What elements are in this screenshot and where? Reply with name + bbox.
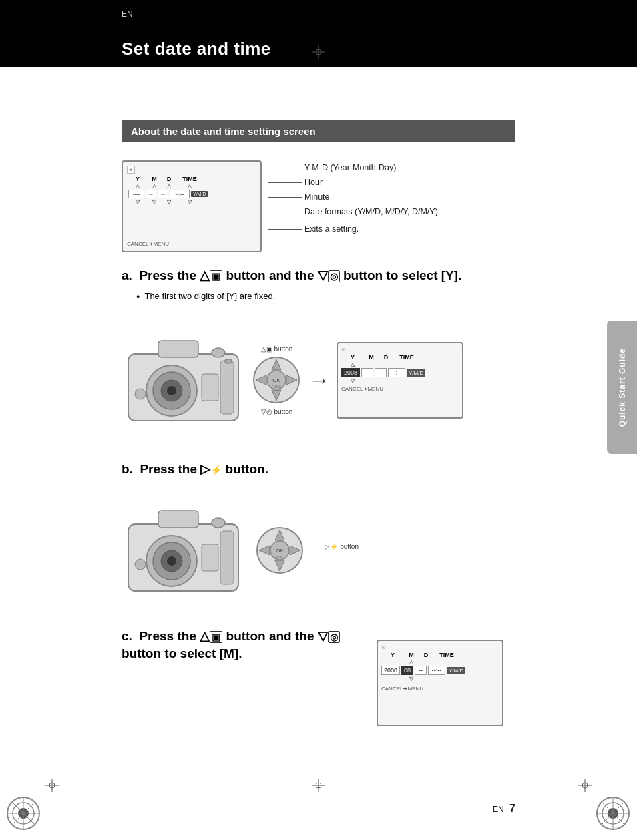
page-number-area: EN 7 bbox=[493, 803, 515, 815]
annotation-3: Minute bbox=[268, 192, 522, 202]
svg-rect-56 bbox=[225, 359, 232, 363]
step-a-title: a. Press the △▣ button and the ▽◎ button… bbox=[122, 267, 503, 284]
btn-cluster-b: OK FUNC ▷⚡ button bbox=[255, 526, 305, 576]
page-number: 7 bbox=[509, 803, 515, 814]
svg-text:FUNC: FUNC bbox=[275, 555, 284, 559]
svg-point-74 bbox=[135, 559, 146, 570]
svg-point-69 bbox=[167, 556, 176, 566]
corner-bottom-left bbox=[5, 795, 42, 835]
right-arrow-a: → bbox=[308, 368, 330, 393]
sidebar-tab: Quick Start Guide bbox=[607, 321, 637, 454]
svg-text:OK: OK bbox=[276, 548, 284, 554]
cancel-label: CANCEL➜MENU bbox=[127, 241, 169, 247]
svg-text:OK: OK bbox=[272, 377, 280, 383]
camera-b bbox=[122, 497, 245, 604]
diagram-area: ⊛ Y M D TIME △ △ △ △ ---- -- -- --:-- Y/… bbox=[122, 160, 536, 252]
svg-rect-52 bbox=[220, 361, 234, 414]
camera-a bbox=[122, 327, 245, 433]
step-c-section: c. Press the △▣ button and the ▽◎ button… bbox=[122, 628, 369, 671]
reg-bottom-right bbox=[578, 779, 592, 795]
step-a-camera-row: △▣ button OK FUNC ▽◎ button → ⊛ Y M D TI… bbox=[122, 327, 503, 433]
page-id: EN bbox=[122, 9, 133, 19]
step-a-section: a. Press the △▣ button and the ▽◎ button… bbox=[122, 267, 503, 310]
svg-rect-73 bbox=[202, 544, 218, 571]
up-button-label: △▣ button bbox=[261, 345, 293, 353]
corner-bottom-right bbox=[595, 795, 632, 835]
svg-text:FUNC: FUNC bbox=[272, 385, 281, 389]
section-heading: About the date and time setting screen bbox=[122, 120, 515, 142]
reg-top-center bbox=[312, 45, 325, 61]
b-button-label: ▷⚡ button bbox=[325, 543, 359, 550]
svg-point-55 bbox=[135, 389, 146, 399]
svg-rect-50 bbox=[158, 341, 198, 357]
screen-a: ⊛ Y M D TIME △ 2008 -- -- --:-- Y/M/D ▽ … bbox=[337, 342, 463, 419]
annotation-5: Exits a setting. bbox=[268, 224, 522, 234]
reg-bottom-left bbox=[45, 779, 59, 795]
step-c-title: c. Press the △▣ button and the ▽◎ button… bbox=[122, 628, 369, 662]
annotation-1: Y-M-D (Year-Month-Day) bbox=[268, 163, 522, 172]
svg-rect-70 bbox=[158, 511, 198, 528]
annotation-4: Date formats (Y/M/D, M/D/Y, D/M/Y) bbox=[268, 207, 522, 216]
svg-point-49 bbox=[167, 386, 176, 395]
page-label: EN bbox=[493, 805, 504, 814]
btn-cluster-a: △▣ button OK FUNC ▽◎ button bbox=[252, 345, 302, 415]
step-b-camera-row: OK FUNC ▷⚡ button bbox=[122, 497, 503, 604]
svg-point-71 bbox=[212, 518, 225, 528]
step-b-title: b. Press the ▷⚡ button. bbox=[122, 461, 503, 478]
diagram-screen: ⊛ Y M D TIME △ △ △ △ ---- -- -- --:-- Y/… bbox=[122, 160, 262, 252]
page-title: Set date and time bbox=[122, 39, 271, 59]
step-b-section: b. Press the ▷⚡ button. bbox=[122, 461, 503, 487]
screen-c: ⊛ Y M D TIME △ 2008 08 -- --:-- Y/M/D ▽ … bbox=[377, 640, 503, 726]
svg-rect-72 bbox=[220, 531, 234, 584]
annotation-2: Hour bbox=[268, 178, 522, 187]
annotations-container: Y-M-D (Year-Month-Day) Hour Minute Date … bbox=[268, 160, 522, 234]
svg-point-51 bbox=[212, 348, 225, 357]
step-a-bullet: ● The first two digits of [Y] are fixed. bbox=[136, 291, 503, 301]
sidebar-text: Quick Start Guide bbox=[618, 348, 627, 427]
reg-bottom-center bbox=[312, 779, 325, 795]
svg-rect-53 bbox=[202, 374, 218, 401]
down-button-label: ▽◎ button bbox=[261, 408, 293, 415]
